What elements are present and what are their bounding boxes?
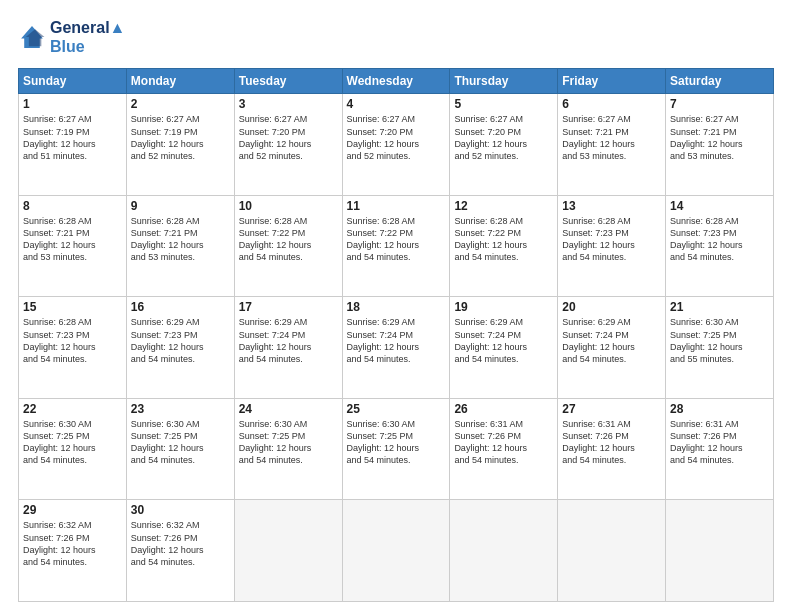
day-detail: Sunrise: 6:27 AM Sunset: 7:21 PM Dayligh… [670, 113, 769, 162]
calendar-cell: 13Sunrise: 6:28 AM Sunset: 7:23 PM Dayli… [558, 195, 666, 297]
day-detail: Sunrise: 6:31 AM Sunset: 7:26 PM Dayligh… [562, 418, 661, 467]
calendar-cell: 27Sunrise: 6:31 AM Sunset: 7:26 PM Dayli… [558, 398, 666, 500]
day-number: 16 [131, 300, 230, 314]
calendar-cell: 9Sunrise: 6:28 AM Sunset: 7:21 PM Daylig… [126, 195, 234, 297]
weekday-header-thursday: Thursday [450, 69, 558, 94]
weekday-header-wednesday: Wednesday [342, 69, 450, 94]
day-detail: Sunrise: 6:27 AM Sunset: 7:19 PM Dayligh… [131, 113, 230, 162]
day-number: 6 [562, 97, 661, 111]
calendar-cell: 12Sunrise: 6:28 AM Sunset: 7:22 PM Dayli… [450, 195, 558, 297]
day-detail: Sunrise: 6:31 AM Sunset: 7:26 PM Dayligh… [670, 418, 769, 467]
calendar-cell: 1Sunrise: 6:27 AM Sunset: 7:19 PM Daylig… [19, 94, 127, 196]
calendar-cell: 5Sunrise: 6:27 AM Sunset: 7:20 PM Daylig… [450, 94, 558, 196]
weekday-header-friday: Friday [558, 69, 666, 94]
day-detail: Sunrise: 6:31 AM Sunset: 7:26 PM Dayligh… [454, 418, 553, 467]
logo-icon [18, 23, 46, 51]
calendar-cell: 17Sunrise: 6:29 AM Sunset: 7:24 PM Dayli… [234, 297, 342, 399]
day-number: 15 [23, 300, 122, 314]
day-detail: Sunrise: 6:30 AM Sunset: 7:25 PM Dayligh… [347, 418, 446, 467]
calendar-cell: 22Sunrise: 6:30 AM Sunset: 7:25 PM Dayli… [19, 398, 127, 500]
calendar-cell: 2Sunrise: 6:27 AM Sunset: 7:19 PM Daylig… [126, 94, 234, 196]
day-detail: Sunrise: 6:27 AM Sunset: 7:20 PM Dayligh… [239, 113, 338, 162]
header: General▲ Blue [18, 18, 774, 56]
day-number: 5 [454, 97, 553, 111]
calendar-cell: 3Sunrise: 6:27 AM Sunset: 7:20 PM Daylig… [234, 94, 342, 196]
day-number: 3 [239, 97, 338, 111]
day-number: 25 [347, 402, 446, 416]
calendar-cell: 24Sunrise: 6:30 AM Sunset: 7:25 PM Dayli… [234, 398, 342, 500]
day-detail: Sunrise: 6:28 AM Sunset: 7:23 PM Dayligh… [562, 215, 661, 264]
day-number: 22 [23, 402, 122, 416]
day-number: 10 [239, 199, 338, 213]
day-detail: Sunrise: 6:27 AM Sunset: 7:21 PM Dayligh… [562, 113, 661, 162]
day-number: 27 [562, 402, 661, 416]
day-detail: Sunrise: 6:28 AM Sunset: 7:22 PM Dayligh… [239, 215, 338, 264]
calendar-cell: 26Sunrise: 6:31 AM Sunset: 7:26 PM Dayli… [450, 398, 558, 500]
day-number: 4 [347, 97, 446, 111]
calendar-cell: 23Sunrise: 6:30 AM Sunset: 7:25 PM Dayli… [126, 398, 234, 500]
logo-text: General▲ Blue [50, 18, 125, 56]
calendar-cell [666, 500, 774, 602]
weekday-header-row: SundayMondayTuesdayWednesdayThursdayFrid… [19, 69, 774, 94]
day-detail: Sunrise: 6:32 AM Sunset: 7:26 PM Dayligh… [23, 519, 122, 568]
calendar-cell [450, 500, 558, 602]
day-number: 8 [23, 199, 122, 213]
day-detail: Sunrise: 6:28 AM Sunset: 7:23 PM Dayligh… [23, 316, 122, 365]
week-row-5: 29Sunrise: 6:32 AM Sunset: 7:26 PM Dayli… [19, 500, 774, 602]
day-detail: Sunrise: 6:27 AM Sunset: 7:20 PM Dayligh… [454, 113, 553, 162]
day-number: 30 [131, 503, 230, 517]
day-number: 7 [670, 97, 769, 111]
calendar-cell [342, 500, 450, 602]
day-number: 19 [454, 300, 553, 314]
calendar-cell: 8Sunrise: 6:28 AM Sunset: 7:21 PM Daylig… [19, 195, 127, 297]
day-number: 17 [239, 300, 338, 314]
day-number: 12 [454, 199, 553, 213]
day-detail: Sunrise: 6:32 AM Sunset: 7:26 PM Dayligh… [131, 519, 230, 568]
day-number: 21 [670, 300, 769, 314]
day-detail: Sunrise: 6:28 AM Sunset: 7:22 PM Dayligh… [347, 215, 446, 264]
calendar-cell: 21Sunrise: 6:30 AM Sunset: 7:25 PM Dayli… [666, 297, 774, 399]
calendar-cell: 29Sunrise: 6:32 AM Sunset: 7:26 PM Dayli… [19, 500, 127, 602]
day-number: 20 [562, 300, 661, 314]
day-number: 26 [454, 402, 553, 416]
day-detail: Sunrise: 6:27 AM Sunset: 7:19 PM Dayligh… [23, 113, 122, 162]
calendar-cell [234, 500, 342, 602]
day-number: 13 [562, 199, 661, 213]
calendar-cell: 28Sunrise: 6:31 AM Sunset: 7:26 PM Dayli… [666, 398, 774, 500]
calendar-cell: 10Sunrise: 6:28 AM Sunset: 7:22 PM Dayli… [234, 195, 342, 297]
day-detail: Sunrise: 6:28 AM Sunset: 7:23 PM Dayligh… [670, 215, 769, 264]
day-number: 14 [670, 199, 769, 213]
day-detail: Sunrise: 6:30 AM Sunset: 7:25 PM Dayligh… [131, 418, 230, 467]
day-detail: Sunrise: 6:28 AM Sunset: 7:21 PM Dayligh… [131, 215, 230, 264]
calendar-cell: 25Sunrise: 6:30 AM Sunset: 7:25 PM Dayli… [342, 398, 450, 500]
day-number: 9 [131, 199, 230, 213]
day-number: 11 [347, 199, 446, 213]
calendar-cell: 19Sunrise: 6:29 AM Sunset: 7:24 PM Dayli… [450, 297, 558, 399]
weekday-header-sunday: Sunday [19, 69, 127, 94]
calendar: SundayMondayTuesdayWednesdayThursdayFrid… [18, 68, 774, 602]
day-number: 23 [131, 402, 230, 416]
day-detail: Sunrise: 6:29 AM Sunset: 7:24 PM Dayligh… [239, 316, 338, 365]
day-detail: Sunrise: 6:28 AM Sunset: 7:22 PM Dayligh… [454, 215, 553, 264]
day-detail: Sunrise: 6:29 AM Sunset: 7:24 PM Dayligh… [347, 316, 446, 365]
calendar-cell: 14Sunrise: 6:28 AM Sunset: 7:23 PM Dayli… [666, 195, 774, 297]
calendar-cell [558, 500, 666, 602]
calendar-cell: 18Sunrise: 6:29 AM Sunset: 7:24 PM Dayli… [342, 297, 450, 399]
calendar-cell: 15Sunrise: 6:28 AM Sunset: 7:23 PM Dayli… [19, 297, 127, 399]
day-detail: Sunrise: 6:29 AM Sunset: 7:23 PM Dayligh… [131, 316, 230, 365]
day-number: 28 [670, 402, 769, 416]
week-row-3: 15Sunrise: 6:28 AM Sunset: 7:23 PM Dayli… [19, 297, 774, 399]
page: General▲ Blue SundayMondayTuesdayWednesd… [0, 0, 792, 612]
week-row-2: 8Sunrise: 6:28 AM Sunset: 7:21 PM Daylig… [19, 195, 774, 297]
day-detail: Sunrise: 6:29 AM Sunset: 7:24 PM Dayligh… [562, 316, 661, 365]
day-number: 29 [23, 503, 122, 517]
day-detail: Sunrise: 6:28 AM Sunset: 7:21 PM Dayligh… [23, 215, 122, 264]
calendar-cell: 20Sunrise: 6:29 AM Sunset: 7:24 PM Dayli… [558, 297, 666, 399]
calendar-cell: 4Sunrise: 6:27 AM Sunset: 7:20 PM Daylig… [342, 94, 450, 196]
logo: General▲ Blue [18, 18, 125, 56]
calendar-cell: 30Sunrise: 6:32 AM Sunset: 7:26 PM Dayli… [126, 500, 234, 602]
weekday-header-tuesday: Tuesday [234, 69, 342, 94]
weekday-header-monday: Monday [126, 69, 234, 94]
calendar-cell: 16Sunrise: 6:29 AM Sunset: 7:23 PM Dayli… [126, 297, 234, 399]
day-number: 24 [239, 402, 338, 416]
